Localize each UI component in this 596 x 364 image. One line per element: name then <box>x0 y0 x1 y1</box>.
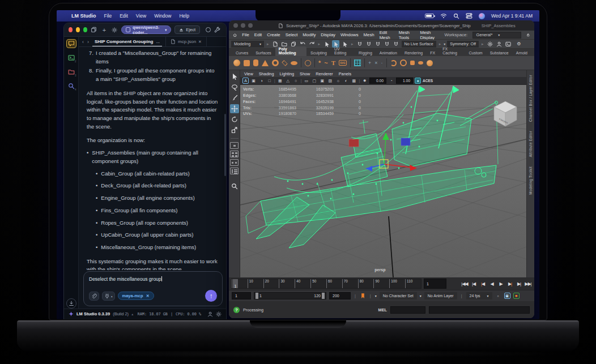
menu-create[interactable]: Create <box>267 32 280 37</box>
layout-outliner-pane[interactable] <box>230 168 239 174</box>
menu-edit-mesh[interactable]: Edit Mesh <box>380 30 394 40</box>
menu-display[interactable]: Display <box>321 32 335 37</box>
sidebar-item-models[interactable]: 3 <box>66 67 76 76</box>
attach-file-button[interactable] <box>89 292 99 301</box>
range-end-grip[interactable] <box>322 293 325 299</box>
menubar-item-edit[interactable]: Edit <box>120 13 128 19</box>
viewport-canvas[interactable]: Verts:16854495163752030 Edges:3380366832… <box>240 85 526 277</box>
animation-start-field[interactable]: 1 <box>232 292 251 299</box>
current-frame-marker[interactable]: 1 <box>233 279 238 288</box>
render-settings-icon[interactable]: ⚙ <box>514 40 521 48</box>
timeline-ruler[interactable]: 0 10 20 30 40 50 60 70 80 90 100 110 1 <box>231 279 422 289</box>
shadows-icon[interactable]: ◐ <box>343 78 349 84</box>
tab-attribute-editor[interactable]: Attribute Editor <box>529 131 533 157</box>
step-back-key-button[interactable]: |◀ <box>479 281 487 286</box>
user-icon[interactable] <box>207 311 213 317</box>
close-window-button[interactable] <box>69 27 73 32</box>
poly-torus-icon[interactable] <box>272 59 279 66</box>
lock-camera-icon[interactable]: ▣ <box>250 78 257 84</box>
snap-view-icon[interactable] <box>393 40 400 48</box>
rotate-tool[interactable] <box>230 115 239 124</box>
shelf-tab-sculpting[interactable]: Sculpting <box>307 50 330 56</box>
gear-icon[interactable] <box>216 311 222 317</box>
view-cube[interactable]: FRONT RIGHT <box>491 100 520 129</box>
shelf-tab-custom[interactable]: Custom <box>466 50 486 56</box>
fps-selector[interactable]: 24 fps▾ <box>466 292 492 299</box>
workspace-selector[interactable]: General*▾ <box>472 32 521 38</box>
plugins-button[interactable]: ▴ <box>102 292 115 301</box>
tab-chat[interactable]: SHIP Component Grouping ... <box>92 37 162 46</box>
step-back-frame-button[interactable]: |◀ <box>470 281 478 286</box>
sidebar-item-discover[interactable]: 4 <box>66 82 76 91</box>
snap-curve-icon[interactable] <box>365 40 373 48</box>
shelf-tab-curves[interactable]: Curves <box>232 50 252 56</box>
menu-windows[interactable]: Windows <box>340 32 359 37</box>
zoom-window-button[interactable] <box>248 23 253 28</box>
gamma-icon[interactable]: ◔ <box>388 78 394 84</box>
spotlight-search-icon[interactable] <box>453 13 459 19</box>
range-start-grip[interactable] <box>256 293 258 299</box>
isolate-select-icon[interactable]: ▭ <box>303 78 309 84</box>
send-button[interactable]: ↑ <box>205 290 217 302</box>
camera-attributes-icon[interactable]: ◑ <box>258 78 265 84</box>
set-key-icon[interactable] <box>360 293 366 299</box>
image-plane-icon[interactable]: ▦ <box>277 78 283 84</box>
lattice-icon[interactable] <box>400 59 407 66</box>
nav-forward-icon[interactable]: › <box>87 39 89 45</box>
svg-tool-icon[interactable]: SVG <box>339 60 347 66</box>
tab-mcp-json[interactable]: mcp.json ✕ <box>165 37 207 46</box>
go-to-end-button[interactable]: ▶▶| <box>524 281 532 286</box>
character-set-selector[interactable]: No Character Set <box>380 292 417 299</box>
command-input[interactable] <box>390 306 425 314</box>
sweep-mesh-icon[interactable]: * <box>318 60 321 66</box>
poly-sphere-icon[interactable] <box>233 59 240 66</box>
live-surface-field[interactable]: No Live Surface <box>402 41 436 48</box>
shelf-tab-poly-modeling[interactable]: Poly Modeling <box>275 46 306 56</box>
shelf-tab-surfaces[interactable]: Surfaces <box>252 50 275 56</box>
new-chat-button[interactable]: + <box>101 26 108 34</box>
poly-plane-icon[interactable] <box>282 60 287 66</box>
colorspace-label[interactable]: ACES <box>423 79 433 83</box>
oversampling-icon[interactable]: ○ <box>293 78 299 84</box>
shelf-tab-substance[interactable]: Substance <box>487 50 512 56</box>
panel-menu-renderer[interactable]: Renderer <box>316 71 333 76</box>
shelf-tab-arnold[interactable]: Arnold <box>513 50 531 56</box>
poly-cube-icon[interactable] <box>244 60 250 66</box>
report-icon[interactable] <box>203 26 212 34</box>
shelf-tab-fx[interactable]: FX <box>427 50 439 56</box>
scale-tool[interactable] <box>230 126 239 135</box>
remesh-icon[interactable] <box>354 59 361 66</box>
play-backwards-button[interactable]: ◀ <box>488 281 496 286</box>
sidebar-item-chat[interactable]: 1 <box>66 39 76 48</box>
paint-select-tool[interactable] <box>230 93 239 102</box>
chat-composer[interactable]: Deselect the miscellaneous group ▴ maya-… <box>83 271 223 306</box>
panel-menu-show[interactable]: Show <box>300 71 310 76</box>
exposure-field[interactable]: 0.00 <box>369 78 386 84</box>
tab-modeling-toolkit[interactable]: Modeling Toolkit <box>529 166 533 195</box>
nonlinear-icon[interactable] <box>418 61 423 65</box>
move-tool[interactable] <box>230 104 239 113</box>
menubar-item-help[interactable]: Help <box>179 13 189 19</box>
eject-model-button[interactable]: Eject <box>174 25 200 34</box>
nav-back-icon[interactable]: ‹ <box>82 39 84 45</box>
menu-file[interactable]: File <box>242 32 249 37</box>
minimize-window-button[interactable] <box>241 23 245 28</box>
wrench-icon[interactable] <box>212 26 222 34</box>
ik-handle-icon[interactable]: × <box>374 60 377 66</box>
home-icon[interactable] <box>233 32 237 38</box>
current-frame-field[interactable]: 1 <box>424 279 446 289</box>
select-hierarchy-icon[interactable] <box>323 40 330 48</box>
chat-input[interactable]: Deselect the miscellaneous group <box>89 276 217 282</box>
panel-menu-lighting[interactable]: Lighting <box>279 71 294 76</box>
shelf-tab-uv-editing[interactable]: UV Editing <box>331 46 355 56</box>
2d-pan-zoom-icon[interactable]: △ <box>285 78 291 84</box>
tab-channel-box[interactable]: Channel Box / Layer Editor <box>529 75 533 122</box>
menubar-item-file[interactable]: File <box>104 13 112 19</box>
color-management-icon[interactable]: ● <box>415 78 421 84</box>
lasso-tool[interactable] <box>230 83 239 92</box>
snap-projected-icon[interactable] <box>384 40 391 48</box>
loop-mode-icon[interactable]: ◦ <box>495 293 501 299</box>
anim-layer-selector[interactable]: No Anim Layer <box>424 292 457 299</box>
shelf-tab-rendering[interactable]: Rendering <box>401 50 426 56</box>
control-center-icon[interactable] <box>466 12 472 19</box>
